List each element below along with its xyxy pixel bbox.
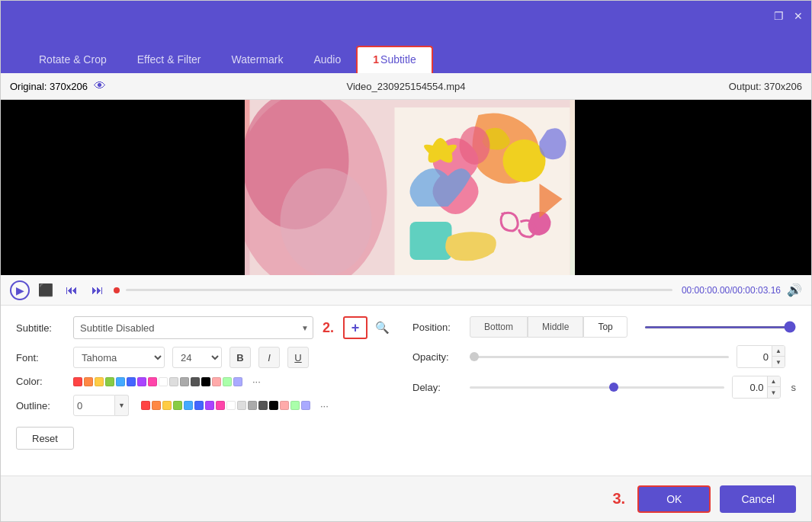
- outline-color-swatch[interactable]: [301, 401, 310, 410]
- outline-color-swatch[interactable]: [248, 401, 257, 410]
- opacity-input[interactable]: [737, 346, 772, 367]
- color-swatch[interactable]: [233, 377, 242, 386]
- color-swatches: [73, 377, 242, 386]
- eye-icon[interactable]: 👁: [94, 79, 106, 93]
- info-bar: Original: 370x206 👁 Video_230925154554.m…: [1, 73, 811, 100]
- outline-color-swatch[interactable]: [205, 401, 214, 410]
- bottom-bar: 3. OK Cancel: [1, 476, 811, 521]
- outline-color-swatch[interactable]: [152, 401, 161, 410]
- time-display: 00:00:00.00/00:00:03.16: [682, 285, 781, 296]
- outline-color-swatch[interactable]: [280, 401, 289, 410]
- font-size-select[interactable]: 24: [172, 347, 222, 368]
- color-swatch[interactable]: [223, 377, 232, 386]
- filename-display: Video_230925154554.mp4: [147, 81, 665, 92]
- tab-subtitle[interactable]: 1Subtitle: [356, 46, 433, 73]
- font-select[interactable]: Tahoma: [73, 347, 165, 368]
- volume-icon[interactable]: 🔊: [787, 283, 802, 297]
- prev-button[interactable]: ⏮: [62, 280, 82, 300]
- color-swatch[interactable]: [159, 377, 168, 386]
- more-colors-button[interactable]: ···: [252, 376, 261, 387]
- search-subtitle-button[interactable]: 🔍: [375, 321, 390, 335]
- play-button[interactable]: ▶: [10, 280, 30, 300]
- color-swatch[interactable]: [127, 377, 136, 386]
- opacity-up-button[interactable]: ▲: [772, 346, 785, 357]
- color-swatch[interactable]: [212, 377, 221, 386]
- cancel-button[interactable]: Cancel: [720, 485, 796, 513]
- bold-button[interactable]: B: [229, 347, 251, 368]
- font-label: Font:: [16, 352, 66, 363]
- outline-color-swatch[interactable]: [226, 401, 236, 410]
- outline-color-swatch[interactable]: [290, 401, 300, 410]
- position-middle-button[interactable]: Middle: [528, 316, 583, 338]
- outline-color-swatch[interactable]: [258, 401, 268, 410]
- position-row: Position: Bottom Middle Top: [412, 316, 796, 338]
- close-button[interactable]: ✕: [791, 9, 805, 23]
- color-swatch[interactable]: [180, 377, 189, 386]
- opacity-handle[interactable]: [470, 352, 479, 361]
- add-subtitle-button[interactable]: +: [343, 316, 367, 339]
- color-swatch[interactable]: [201, 377, 210, 386]
- outline-color-swatch[interactable]: [184, 401, 193, 410]
- outline-color-swatch[interactable]: [237, 401, 246, 410]
- main-window: ❐ ✕ Rotate & Crop Effect & Filter Waterm…: [0, 0, 812, 522]
- left-panel: Subtitle: Subtitle Disabled ▼ 2. + 🔍 Fon…: [16, 316, 390, 450]
- outline-color-swatch[interactable]: [216, 401, 225, 410]
- outline-dropdown-button[interactable]: ▼: [115, 395, 129, 416]
- subtitle-label: Subtitle:: [16, 322, 66, 334]
- position-slider[interactable]: [644, 326, 796, 328]
- outline-row: Outline: ▼ ···: [16, 395, 390, 416]
- color-swatch[interactable]: [84, 377, 93, 386]
- underline-button[interactable]: U: [287, 347, 309, 368]
- color-swatch[interactable]: [105, 377, 114, 386]
- color-swatch[interactable]: [148, 377, 157, 386]
- outline-color-swatch[interactable]: [194, 401, 204, 410]
- opacity-track[interactable]: [470, 356, 729, 358]
- tab-effect[interactable]: Effect & Filter: [122, 47, 217, 73]
- color-swatch[interactable]: [73, 377, 82, 386]
- opacity-input-wrap: ▲ ▼: [737, 345, 785, 368]
- tab-rotate[interactable]: Rotate & Crop: [24, 47, 122, 73]
- video-content: [245, 100, 575, 275]
- outline-color-swatch[interactable]: [173, 401, 182, 410]
- progress-track[interactable]: [126, 289, 672, 291]
- more-outline-colors-button[interactable]: ···: [320, 400, 329, 412]
- font-row: Font: Tahoma 24 B I U: [16, 347, 390, 368]
- outline-color-swatch[interactable]: [269, 401, 278, 410]
- italic-button[interactable]: I: [258, 347, 280, 368]
- delay-track[interactable]: [470, 386, 724, 389]
- right-panel: Position: Bottom Middle Top Opacity:: [390, 316, 796, 450]
- reset-button[interactable]: Reset: [16, 427, 74, 450]
- opacity-down-button[interactable]: ▼: [772, 357, 785, 367]
- color-label: Color:: [16, 376, 66, 387]
- delay-up-button[interactable]: ▲: [768, 376, 780, 387]
- opacity-row: Opacity: ▲ ▼: [412, 345, 796, 368]
- opacity-label: Opacity:: [412, 351, 462, 363]
- delay-unit-label: s: [791, 382, 797, 393]
- restore-button[interactable]: ❐: [772, 9, 785, 23]
- output-info: Output: 370x206: [665, 81, 802, 92]
- stop-button[interactable]: ⬛: [36, 280, 56, 300]
- delay-label: Delay:: [412, 382, 462, 393]
- tab-audio[interactable]: Audio: [298, 47, 356, 73]
- ok-button[interactable]: OK: [637, 485, 711, 513]
- outline-input-group: ▼: [73, 395, 129, 416]
- color-swatch[interactable]: [137, 377, 146, 386]
- tab-watermark[interactable]: Watermark: [217, 47, 299, 73]
- delay-handle[interactable]: [609, 383, 618, 392]
- color-swatch[interactable]: [169, 377, 178, 386]
- color-swatch[interactable]: [116, 377, 125, 386]
- panels-container: Subtitle: Subtitle Disabled ▼ 2. + 🔍 Fon…: [16, 316, 796, 450]
- subtitle-select[interactable]: Subtitle Disabled: [73, 316, 313, 339]
- position-bottom-button[interactable]: Bottom: [470, 316, 528, 338]
- delay-input[interactable]: [733, 376, 767, 398]
- outline-value-input[interactable]: [73, 395, 115, 416]
- delay-down-button[interactable]: ▼: [768, 387, 780, 398]
- controls-area: Subtitle: Subtitle Disabled ▼ 2. + 🔍 Fon…: [1, 306, 811, 476]
- outline-color-swatch[interactable]: [162, 401, 172, 410]
- color-swatch[interactable]: [191, 377, 200, 386]
- next-button[interactable]: ⏭: [88, 280, 108, 300]
- transport-bar: ▶ ⬛ ⏮ ⏭ 00:00:00.00/00:00:03.16 🔊: [1, 275, 811, 306]
- outline-color-swatch[interactable]: [141, 401, 150, 410]
- position-top-button[interactable]: Top: [583, 316, 627, 338]
- color-swatch[interactable]: [95, 377, 104, 386]
